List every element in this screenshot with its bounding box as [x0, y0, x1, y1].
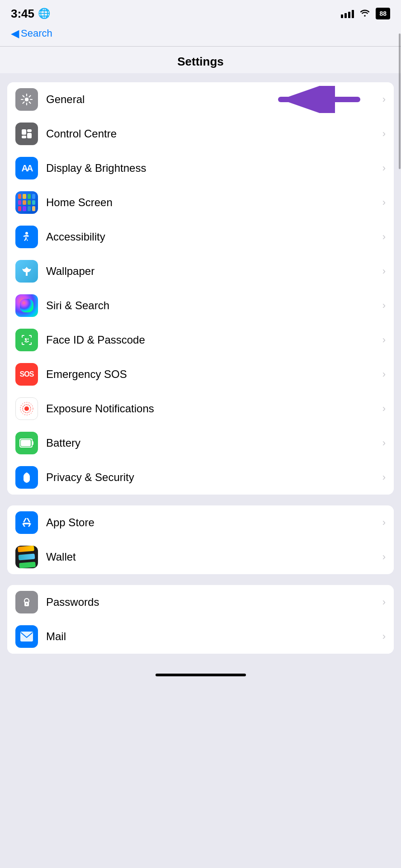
svg-point-14: [25, 232, 28, 235]
signal-bar-2: [344, 13, 347, 18]
signal-bar-1: [341, 14, 343, 18]
home-screen-icon: [15, 191, 38, 214]
settings-item-home-screen[interactable]: Home Screen ›: [7, 185, 394, 220]
svg-rect-10: [22, 129, 26, 135]
emergency-sos-label: Emergency SOS: [46, 368, 382, 381]
settings-item-battery[interactable]: Battery ›: [7, 426, 394, 460]
home-indicator: [156, 674, 246, 676]
wallpaper-label: Wallpaper: [46, 265, 382, 278]
status-left: 3:45 🌐: [11, 7, 50, 21]
home-screen-chevron-icon: ›: [382, 197, 386, 208]
globe-icon: 🌐: [38, 8, 50, 19]
svg-line-7: [29, 96, 31, 97]
battery-level: 88: [376, 8, 390, 19]
passwords-icon: [15, 591, 38, 613]
wallet-icon: [15, 546, 38, 568]
svg-rect-12: [27, 133, 32, 138]
home-screen-label: Home Screen: [46, 196, 382, 209]
settings-item-accessibility[interactable]: Accessibility ›: [7, 220, 394, 254]
face-id-icon: [15, 329, 38, 351]
svg-rect-15: [20, 299, 33, 312]
privacy-security-chevron-icon: ›: [382, 472, 386, 483]
passwords-chevron-icon: ›: [382, 596, 386, 608]
siri-search-chevron-icon: ›: [382, 300, 386, 311]
signal-bars: [341, 9, 354, 18]
battery-chevron-icon: ›: [382, 437, 386, 449]
scroll-thumb: [399, 33, 401, 169]
wallpaper-icon: [15, 260, 38, 283]
scroll-indicator[interactable]: [398, 24, 401, 868]
settings-item-general[interactable]: General ›: [7, 82, 394, 117]
svg-point-26: [26, 604, 28, 605]
svg-line-5: [23, 96, 24, 97]
display-brightness-label: Display & Brightness: [46, 162, 382, 175]
status-bar: 3:45 🌐 88: [0, 0, 401, 24]
wallet-label: Wallet: [46, 551, 382, 563]
face-id-label: Face ID & Passcode: [46, 334, 382, 346]
face-id-chevron-icon: ›: [382, 334, 386, 346]
control-centre-label: Control Centre: [46, 127, 382, 140]
siri-search-label: Siri & Search: [46, 299, 382, 312]
accessibility-label: Accessibility: [46, 231, 382, 243]
signal-bar-4: [352, 10, 354, 18]
general-icon: [15, 88, 38, 111]
settings-item-exposure-notifications[interactable]: Exposure Notifications ›: [7, 392, 394, 426]
back-chevron-icon: ◀: [11, 27, 19, 40]
svg-rect-22: [32, 441, 33, 445]
svg-point-18: [24, 406, 29, 411]
back-label: Search: [21, 28, 52, 39]
exposure-notifications-label: Exposure Notifications: [46, 402, 382, 415]
mail-label: Mail: [46, 630, 382, 643]
wallet-chevron-icon: ›: [382, 551, 386, 563]
accessibility-chevron-icon: ›: [382, 231, 386, 243]
display-brightness-icon: AA: [15, 157, 38, 179]
settings-content: General › Con: [0, 73, 401, 674]
svg-rect-23: [21, 440, 31, 446]
svg-point-0: [25, 98, 28, 101]
settings-item-app-store[interactable]: App Store ›: [7, 505, 394, 540]
svg-rect-27: [20, 632, 33, 642]
control-centre-chevron-icon: ›: [382, 128, 386, 140]
mail-icon: [15, 625, 38, 648]
svg-line-8: [23, 102, 24, 104]
app-store-label: App Store: [46, 516, 382, 529]
settings-item-siri-search[interactable]: Siri & Search ›: [7, 288, 394, 323]
status-right: 88: [341, 8, 390, 19]
settings-item-emergency-sos[interactable]: SOS Emergency SOS ›: [7, 357, 394, 392]
settings-group-1: General › Con: [7, 82, 394, 495]
general-chevron-icon: ›: [382, 94, 386, 105]
general-label: General: [46, 93, 382, 106]
app-store-chevron-icon: ›: [382, 517, 386, 528]
settings-group-3: Passwords › Mail ›: [7, 585, 394, 654]
privacy-security-label: Privacy & Security: [46, 471, 382, 484]
settings-item-passwords[interactable]: Passwords ›: [7, 585, 394, 619]
wallpaper-chevron-icon: ›: [382, 265, 386, 277]
nav-bar: ◀ Search: [0, 24, 401, 47]
svg-rect-11: [27, 129, 32, 132]
wifi-icon: [359, 8, 371, 19]
emergency-sos-chevron-icon: ›: [382, 368, 386, 380]
svg-rect-13: [22, 136, 26, 138]
battery-label: Battery: [46, 437, 382, 449]
settings-group-2: App Store › Wallet ›: [7, 505, 394, 574]
privacy-security-icon: [15, 466, 38, 489]
settings-item-control-centre[interactable]: Control Centre ›: [7, 117, 394, 151]
settings-item-face-id[interactable]: Face ID & Passcode ›: [7, 323, 394, 357]
siri-search-icon: [15, 294, 38, 317]
settings-item-wallet[interactable]: Wallet ›: [7, 540, 394, 574]
settings-item-privacy-security[interactable]: Privacy & Security ›: [7, 460, 394, 495]
back-button[interactable]: ◀ Search: [11, 27, 52, 40]
mail-chevron-icon: ›: [382, 631, 386, 642]
svg-line-6: [29, 102, 31, 104]
settings-item-mail[interactable]: Mail ›: [7, 619, 394, 654]
signal-bar-3: [348, 12, 350, 18]
page-title: Settings: [0, 47, 401, 73]
settings-item-wallpaper[interactable]: Wallpaper ›: [7, 254, 394, 288]
accessibility-icon: [15, 226, 38, 248]
app-store-icon: [15, 511, 38, 534]
display-brightness-chevron-icon: ›: [382, 162, 386, 174]
status-time: 3:45: [11, 7, 34, 21]
settings-item-display-brightness[interactable]: AA Display & Brightness ›: [7, 151, 394, 185]
exposure-notifications-icon: [15, 397, 38, 420]
exposure-notifications-chevron-icon: ›: [382, 403, 386, 415]
